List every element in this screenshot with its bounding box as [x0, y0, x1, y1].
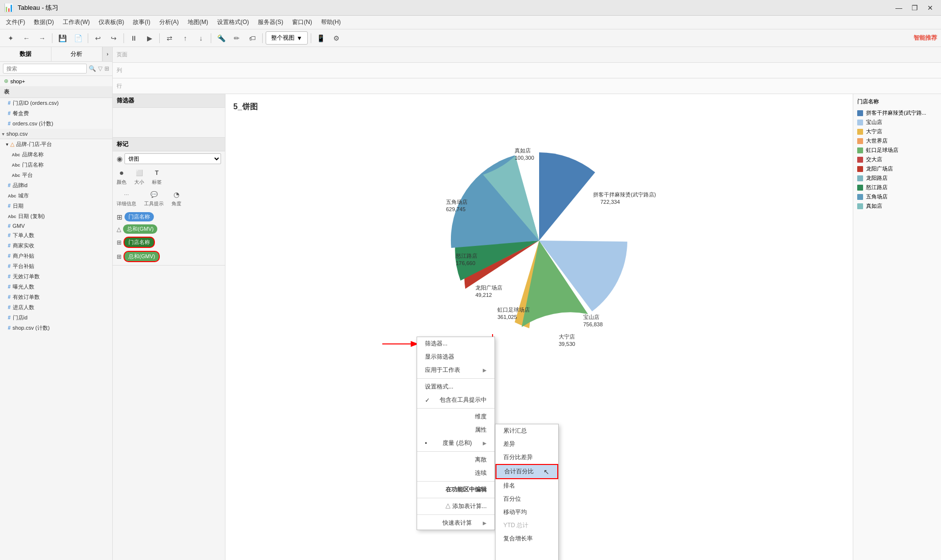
field-store-id[interactable]: # 门店id	[0, 313, 112, 323]
ctx-apply-worksheet[interactable]: 应用于工作表 ▶	[417, 364, 495, 377]
smart-recommend[interactable]: 智能推荐	[914, 34, 937, 42]
legend-item-hongkou[interactable]: 虹口足球场店	[857, 146, 937, 155]
toolbar-sort-asc[interactable]: ↑	[178, 31, 192, 45]
ctx-add-calc[interactable]: △ 添加表计算...	[417, 500, 495, 513]
field-exposure[interactable]: # 曝光人数	[0, 282, 112, 292]
shop-csv-group[interactable]: ▾ shop.csv	[0, 129, 112, 139]
toolbar-sort-desc[interactable]: ↓	[194, 31, 208, 45]
field-gmv-angle-pill[interactable]: 总和(GMV)	[124, 251, 160, 262]
field-merchant-sub[interactable]: # 商户补贴	[0, 251, 112, 261]
toolbar-pause[interactable]: ⏸	[127, 31, 141, 45]
field-gmv-size-pill[interactable]: 总和(GMV)	[123, 224, 157, 234]
menu-server[interactable]: 服务器(S)	[254, 16, 287, 28]
rows-row[interactable]: 行	[113, 78, 941, 94]
menu-help[interactable]: 帮助(H)	[317, 16, 345, 28]
marks-label-btn[interactable]: T 标签	[152, 168, 162, 186]
search-input[interactable]	[3, 64, 87, 73]
field-store-name[interactable]: Abc 门店名称	[0, 160, 112, 170]
legend-item-nujiang[interactable]: 怒江路店	[857, 183, 937, 192]
view-selector[interactable]: 整个视图 ▼	[266, 31, 308, 45]
toolbar-home[interactable]: ✦	[4, 31, 18, 45]
field-store-name-label-pill[interactable]: 门店名称	[124, 237, 155, 248]
field-orders-id[interactable]: # 门店ID (orders.csv)	[0, 98, 112, 108]
field-orders-count[interactable]: # orders.csv (计数)	[0, 119, 112, 129]
ctx-edit-shelf[interactable]: 在功能区中编辑	[417, 483, 495, 496]
field-brand-name[interactable]: Abc 品牌名称	[0, 149, 112, 160]
marks-detail-btn[interactable]: ⋯ 详细信息	[117, 190, 136, 207]
tab-analysis[interactable]: 分析	[51, 47, 103, 61]
sub-pct-diff[interactable]: 百分比差异	[495, 451, 558, 464]
field-invalid-orders[interactable]: # 无效订单数	[0, 271, 112, 282]
menu-file[interactable]: 文件(F)	[2, 16, 29, 28]
field-city[interactable]: Abc 城市	[0, 191, 112, 201]
menu-map[interactable]: 地图(M)	[184, 16, 212, 28]
minimize-button[interactable]: —	[892, 2, 906, 14]
close-button[interactable]: ✕	[923, 2, 937, 14]
sub-moving-avg[interactable]: 移动平均	[495, 506, 558, 519]
sidebar-collapse-btn[interactable]: ›	[102, 47, 112, 61]
field-date-copy[interactable]: Abc 日期 (复制)	[0, 211, 112, 221]
ctx-discrete[interactable]: 离散	[417, 453, 495, 466]
tab-data[interactable]: 数据	[0, 47, 51, 61]
field-date[interactable]: # 日期	[0, 201, 112, 211]
ctx-quick-calc[interactable]: 快速表计算 ▶	[417, 516, 495, 530]
ctx-include-tooltip[interactable]: ✓ 包含在工具提示中	[417, 393, 495, 407]
menu-dashboard[interactable]: 仪表板(B)	[95, 16, 128, 28]
legend-item-wuning[interactable]: 拼客干拌麻辣烫(武宁路...	[857, 108, 937, 118]
sub-cumulative[interactable]: 累计汇总	[495, 424, 558, 438]
legend-item-longyang-sq[interactable]: 龙阳广场店	[857, 164, 937, 173]
toolbar-back[interactable]: ←	[20, 31, 33, 45]
menu-window[interactable]: 窗口(N)	[288, 16, 316, 28]
toolbar-undo[interactable]: ↩	[91, 31, 105, 45]
legend-item-jiaoda[interactable]: 交大店	[857, 155, 937, 164]
field-platform[interactable]: Abc 平台	[0, 170, 112, 180]
marks-size-btn[interactable]: ⬜ 大小	[134, 168, 144, 186]
field-platform-sub[interactable]: # 平台补贴	[0, 261, 112, 271]
maximize-button[interactable]: ❐	[908, 2, 921, 14]
legend-item-dashijie[interactable]: 大世界店	[857, 136, 937, 146]
ctx-filter[interactable]: 筛选器...	[417, 337, 495, 350]
toolbar-new[interactable]: 📄	[71, 31, 85, 45]
datasource-label[interactable]: shop+	[10, 78, 25, 84]
marks-tooltip-btn[interactable]: 💬 工具提示	[144, 190, 164, 207]
toolbar-share[interactable]: ⚙	[330, 31, 344, 45]
search-icon[interactable]: 🔍	[89, 65, 96, 72]
sub-diff[interactable]: 差异	[495, 438, 558, 451]
menu-worksheet[interactable]: 工作表(W)	[59, 16, 94, 28]
menu-data[interactable]: 数据(D)	[30, 16, 58, 28]
field-shop-count[interactable]: # shop.csv (计数)	[0, 323, 112, 333]
marks-color-btn[interactable]: ● 颜色	[117, 168, 126, 186]
toolbar-highlight[interactable]: 🔦	[214, 31, 228, 45]
grid-icon[interactable]: ⊞	[104, 65, 109, 72]
ctx-format[interactable]: 设置格式...	[417, 380, 495, 393]
field-brand-id[interactable]: # 品牌id	[0, 180, 112, 191]
toolbar-annotate[interactable]: ✏	[230, 31, 244, 45]
field-store-name-pill[interactable]: 门店名称	[124, 212, 154, 221]
legend-item-wujiaochang[interactable]: 五角场店	[857, 192, 937, 201]
field-revenue[interactable]: # 商家实收	[0, 241, 112, 251]
toolbar-swap[interactable]: ⇄	[163, 31, 176, 45]
ctx-attribute[interactable]: 属性	[417, 423, 495, 437]
toolbar-redo[interactable]: ↪	[107, 31, 121, 45]
menu-format[interactable]: 设置格式(O)	[213, 16, 253, 28]
toolbar-save[interactable]: 💾	[55, 31, 69, 45]
ctx-show-filter[interactable]: 显示筛选器	[417, 350, 495, 364]
ctx-measure[interactable]: • 度量 (总和) ▶	[417, 437, 495, 450]
legend-item-baoshan[interactable]: 宝山店	[857, 118, 937, 127]
marks-type-select[interactable]: 饼图	[124, 153, 221, 164]
slice-wuning[interactable]	[539, 152, 595, 241]
toolbar-device[interactable]: 📱	[314, 31, 328, 45]
ctx-continuous[interactable]: 连续	[417, 466, 495, 480]
legend-item-zhenru[interactable]: 真如店	[857, 201, 937, 211]
ctx-dimension[interactable]: 维度	[417, 410, 495, 423]
filter-icon[interactable]: ▽	[98, 65, 102, 72]
sub-rank[interactable]: 排名	[495, 479, 558, 492]
field-orders[interactable]: # 下单人数	[0, 230, 112, 241]
section-table[interactable]: 表	[0, 86, 112, 98]
sub-pct-total[interactable]: 合计百分比 ↖	[495, 464, 558, 479]
field-valid-orders[interactable]: # 有效订单数	[0, 292, 112, 302]
toolbar-label[interactable]: 🏷	[246, 31, 259, 45]
sub-percentile[interactable]: 百分位	[495, 492, 558, 506]
menu-story[interactable]: 故事(I)	[129, 16, 154, 28]
toolbar-run[interactable]: ▶	[143, 31, 156, 45]
